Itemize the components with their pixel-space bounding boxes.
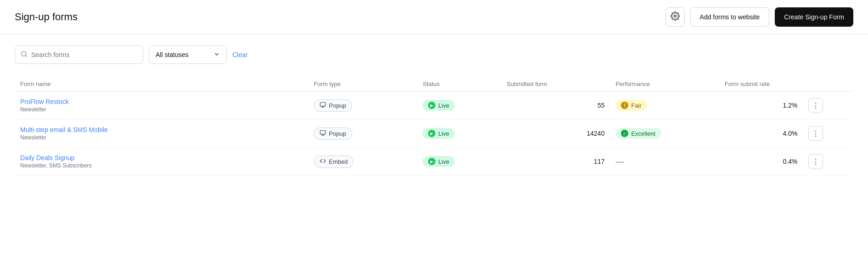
performance-cell: ! Fair <box>610 92 719 120</box>
form-type-icon <box>320 102 326 109</box>
svg-rect-3 <box>320 102 326 106</box>
form-name-cell: Daily Deals Signup Newsletter, SMS Subsc… <box>15 148 308 176</box>
form-name-link[interactable]: ProFlow Restock <box>20 98 303 105</box>
chevron-down-icon <box>214 51 220 59</box>
forms-table: Form name Form type Status Submitted for… <box>15 77 853 176</box>
more-actions-button[interactable]: ⋮ <box>808 126 823 141</box>
submit-rate-cell: 4.0% <box>719 120 803 148</box>
svg-line-2 <box>25 55 27 57</box>
live-play-icon: ▶ <box>428 102 435 109</box>
create-form-button[interactable]: Create Sign-up Form <box>775 7 853 27</box>
table-header-row: Form name Form type Status Submitted for… <box>15 77 853 92</box>
page-title: Sign-up forms <box>15 11 78 23</box>
status-badge: ▶ Live <box>423 156 455 167</box>
col-header-form-name: Form name <box>15 77 308 92</box>
submitted-cell: 55 <box>501 92 610 120</box>
form-sub-label: Newsletter, SMS Subscribers <box>20 162 303 169</box>
search-wrapper <box>15 46 143 64</box>
table-row: ProFlow Restock Newsletter Popup ▶ Live … <box>15 92 853 120</box>
settings-button[interactable] <box>665 7 685 27</box>
col-header-submit-rate: Form submit rate <box>719 77 803 92</box>
status-select[interactable]: All statuses <box>149 46 227 64</box>
search-input[interactable] <box>31 51 137 58</box>
actions-cell: ⋮ <box>803 120 853 148</box>
form-sub-label: Newsletter <box>20 106 303 113</box>
performance-badge: — <box>615 157 624 166</box>
submitted-cell: 117 <box>501 148 610 176</box>
form-type-icon <box>320 158 326 166</box>
submitted-cell: 14240 <box>501 120 610 148</box>
form-sub-label: Newsletter <box>20 134 303 141</box>
form-name-cell: ProFlow Restock Newsletter <box>15 92 308 120</box>
form-type-icon <box>320 130 326 138</box>
actions-cell: ⋮ <box>803 92 853 120</box>
actions-cell: ⋮ <box>803 148 853 176</box>
col-header-performance: Performance <box>610 77 719 92</box>
col-header-submitted: Submitted form <box>501 77 610 92</box>
live-play-icon: ▶ <box>428 130 435 137</box>
table-container: Form name Form type Status Submitted for… <box>0 69 868 183</box>
status-select-label: All statuses <box>156 51 189 58</box>
gear-icon <box>671 12 680 23</box>
performance-badge: ✓ Excellent <box>615 128 661 139</box>
performance-cell: — <box>610 148 719 176</box>
form-type-cell: Popup <box>308 92 417 120</box>
col-header-status: Status <box>417 77 501 92</box>
svg-point-0 <box>674 15 676 17</box>
header-actions: Add forms to website Create Sign-up Form <box>665 7 853 27</box>
filter-bar: All statuses Clear <box>0 34 868 69</box>
performance-badge: ! Fair <box>615 100 647 111</box>
fair-icon: ! <box>621 102 628 109</box>
more-actions-button[interactable]: ⋮ <box>808 154 823 169</box>
excellent-icon: ✓ <box>621 130 628 137</box>
status-badge: ▶ Live <box>423 128 455 139</box>
submit-rate-cell: 0.4% <box>719 148 803 176</box>
add-forms-button[interactable]: Add forms to website <box>690 7 770 27</box>
status-cell: ▶ Live <box>417 92 501 120</box>
submit-rate-cell: 1.2% <box>719 92 803 120</box>
page-header: Sign-up forms Add forms to website Creat… <box>0 0 868 34</box>
clear-button[interactable]: Clear <box>232 51 248 58</box>
form-type-cell: Popup <box>308 120 417 148</box>
more-actions-button[interactable]: ⋮ <box>808 98 823 113</box>
form-type-cell: Embed <box>308 148 417 176</box>
form-type-badge: Popup <box>314 99 352 112</box>
form-type-badge: Embed <box>314 155 354 168</box>
form-name-link[interactable]: Daily Deals Signup <box>20 154 303 161</box>
live-play-icon: ▶ <box>428 158 435 165</box>
table-row: Multi-step email & SMS Mobile Newsletter… <box>15 120 853 148</box>
col-header-form-type: Form type <box>308 77 417 92</box>
status-cell: ▶ Live <box>417 120 501 148</box>
form-name-link[interactable]: Multi-step email & SMS Mobile <box>20 126 303 133</box>
status-cell: ▶ Live <box>417 148 501 176</box>
form-type-badge: Popup <box>314 127 352 140</box>
table-row: Daily Deals Signup Newsletter, SMS Subsc… <box>15 148 853 176</box>
performance-cell: ✓ Excellent <box>610 120 719 148</box>
svg-rect-6 <box>320 130 326 134</box>
col-header-actions <box>803 77 853 92</box>
form-name-cell: Multi-step email & SMS Mobile Newsletter <box>15 120 308 148</box>
status-badge: ▶ Live <box>423 100 455 111</box>
search-icon <box>21 51 28 59</box>
